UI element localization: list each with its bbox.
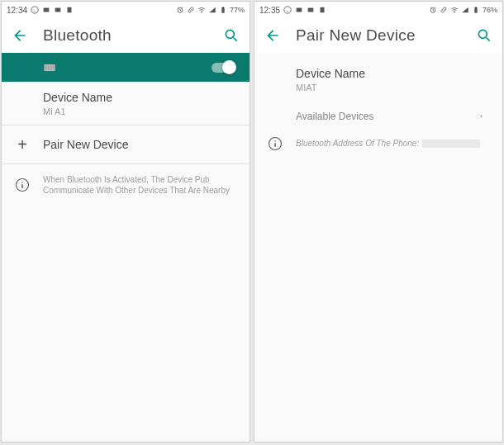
svg-point-5	[201, 12, 202, 13]
notification-icon	[295, 6, 303, 14]
device-name-value: MIAT	[296, 83, 489, 92]
svg-rect-18	[21, 185, 23, 189]
svg-rect-7	[222, 7, 224, 7]
link-icon	[440, 6, 448, 14]
battery-icon	[219, 6, 227, 14]
device-name-row[interactable]: Device Name MIAT	[254, 53, 502, 101]
svg-point-0	[31, 7, 38, 13]
back-button[interactable]	[12, 27, 28, 44]
status-left: 12:34	[7, 6, 74, 15]
svg-point-19	[284, 7, 291, 13]
address-redacted	[422, 140, 480, 148]
svg-point-8	[226, 30, 234, 38]
wifi-icon	[197, 6, 206, 14]
page-title: Pair New Device	[296, 26, 461, 45]
svg-rect-6	[221, 7, 224, 13]
battery-percent: 77%	[230, 6, 245, 14]
loading-spinner-icon: ·	[480, 110, 483, 121]
status-bar: 12:34	[2, 2, 250, 18]
sim-icon	[318, 6, 326, 14]
screen-pair-new-device: 12:35	[254, 1, 503, 443]
plus-icon: +	[15, 137, 30, 152]
alarm-icon	[429, 6, 437, 14]
search-icon[interactable]	[476, 27, 492, 44]
svg-point-24	[454, 12, 454, 13]
svg-rect-20	[297, 8, 302, 12]
notification-icon	[42, 6, 50, 14]
device-name-label: Device Name	[296, 66, 489, 81]
status-left: 12:35	[259, 6, 326, 15]
svg-rect-3	[68, 7, 72, 13]
pair-label: Pair New Device	[43, 137, 236, 152]
svg-rect-2	[55, 8, 61, 12]
status-time: 12:35	[259, 6, 280, 15]
link-icon	[187, 6, 195, 14]
bluetooth-address-row: Bluetooth Address Of The Phone:	[254, 130, 502, 156]
sim-icon	[65, 6, 74, 14]
status-right: 76%	[429, 6, 497, 14]
notification-icon-2	[54, 6, 62, 14]
svg-point-17	[21, 182, 23, 184]
info-row: When Bluetooth Is Activated, The Device …	[2, 163, 250, 206]
device-name-value: Mi A1	[43, 107, 236, 116]
pair-new-device-row[interactable]: + Pair New Device	[2, 125, 250, 163]
screen-bluetooth: 12:34	[1, 1, 250, 443]
alarm-icon	[176, 6, 184, 14]
info-icon	[15, 178, 30, 192]
svg-rect-25	[474, 7, 477, 13]
info-icon	[268, 136, 283, 151]
svg-rect-26	[475, 7, 477, 7]
bluetooth-toggle[interactable]	[212, 63, 235, 73]
battery-icon	[472, 6, 480, 14]
address-label: Bluetooth Address Of The Phone:	[296, 139, 419, 148]
app-bar: Pair New Device	[254, 18, 502, 53]
status-right: 77%	[176, 6, 245, 14]
svg-rect-22	[321, 7, 325, 13]
device-name-label: Device Name	[43, 90, 236, 105]
info-text: When Bluetooth Is Activated, The Device …	[43, 174, 236, 196]
svg-point-29	[274, 140, 276, 142]
wifi-icon	[450, 6, 459, 14]
status-bar: 12:35	[254, 2, 502, 18]
page-title: Bluetooth	[43, 26, 208, 45]
bluetooth-toggle-row	[2, 53, 250, 82]
device-name-row[interactable]: Device Name Mi A1	[2, 82, 250, 125]
bluetooth-icon	[43, 62, 56, 73]
search-icon[interactable]	[223, 27, 240, 44]
status-time: 12:34	[7, 6, 27, 15]
whatsapp-icon	[283, 6, 292, 14]
app-bar: Bluetooth	[2, 18, 250, 53]
whatsapp-icon	[31, 6, 39, 14]
available-label: Available Devices	[296, 111, 374, 122]
svg-point-27	[478, 30, 487, 38]
svg-rect-30	[274, 143, 276, 147]
signal-icon	[208, 6, 216, 14]
back-button[interactable]	[264, 27, 281, 44]
svg-rect-1	[44, 8, 50, 12]
signal-icon	[461, 6, 469, 14]
svg-rect-21	[308, 8, 314, 12]
notification-icon-2	[307, 6, 315, 14]
available-devices-row: Available Devices ·	[254, 101, 502, 130]
battery-percent: 76%	[483, 6, 497, 14]
